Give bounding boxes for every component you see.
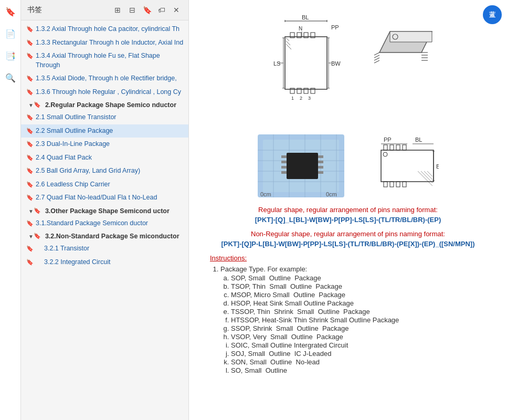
- instructions-title: Instructions:: [210, 254, 486, 262]
- bookmark-icon: 🔖: [26, 258, 34, 266]
- svg-line-83: [418, 171, 432, 186]
- close-sidebar-button[interactable]: ✕: [171, 4, 182, 16]
- bookmark-icon: 🔖: [26, 219, 34, 227]
- sub-item-g: SSOP, Shrink Small Outline Package: [231, 324, 486, 332]
- svg-rect-54: [287, 153, 318, 179]
- instruction-item-1: Package Type. For example: SOP, Small Ou…: [220, 265, 486, 374]
- svg-rect-73: [396, 145, 400, 150]
- svg-text:N: N: [299, 26, 302, 32]
- svg-rect-74: [403, 145, 406, 150]
- bookmark-label: 1.3.2 Axial Through hole Ca pacitor, cyl…: [36, 25, 179, 34]
- bookmark-label: 3.1.Standard Package Semicon ductor: [36, 219, 148, 228]
- bookmark-section-3[interactable]: ▼ 🔖 3.Other Package Shape Semicond uctor: [21, 205, 188, 217]
- format-nonregular-label: Non-Regular shape, regular arrangement o…: [210, 230, 486, 238]
- svg-line-8: [286, 38, 289, 41]
- bookmark-icon: 🔖: [26, 113, 34, 121]
- collapse-arrow-icon: ▼: [28, 234, 34, 239]
- bookmark-item-1-3-6[interactable]: 🔖 1.3.6 Through hole Regular , Cylindric…: [21, 86, 188, 99]
- bookmark-icon: 🔖: [34, 101, 41, 108]
- bookmark-icon: 🔖: [26, 39, 34, 47]
- svg-rect-71: [384, 145, 387, 150]
- add-bookmark-button[interactable]: 🔖: [141, 4, 153, 16]
- diagram-row-bottom: 0cm 0cm PP BL BW: [210, 134, 486, 197]
- sub-item-d: HSOP, Heat Sink Small Outline Package: [231, 299, 486, 307]
- collapse-arrow-icon: ▼: [28, 102, 34, 108]
- svg-rect-62: [318, 171, 323, 174]
- svg-text:BL: BL: [302, 14, 309, 20]
- sub-item-i: SOIC, Small Outline Intergrated Circuit: [231, 341, 486, 349]
- instruction-sublist: SOP, Small Outline Package TSOP, Thin Sm…: [220, 274, 486, 374]
- format-nonregular-section: Non-Regular shape, regular arrangement o…: [210, 230, 486, 248]
- sub-item-k: SON, Small Outline No-lead: [231, 358, 486, 366]
- svg-line-37: [374, 58, 379, 60]
- bookmark-label: 2.4 Quad Flat Pack: [36, 153, 92, 163]
- bookmark-item-2-7[interactable]: 🔖 2.7 Quad Flat No-lead/Dual Fla t No-Le…: [21, 191, 188, 205]
- user-avatar[interactable]: 蓝: [483, 5, 502, 24]
- expand-all-button[interactable]: ⊞: [112, 4, 123, 16]
- sop-front-diagram: BL PP N 1 2 3: [254, 10, 358, 126]
- bookmark-icon: 🔖: [34, 233, 41, 239]
- left-toolbar: 🔖 📄 📑 🔍: [0, 0, 21, 420]
- svg-line-10: [286, 44, 291, 49]
- sidebar-title: 书签: [27, 5, 42, 15]
- bookmark-label: 2.2 Small Outline Package: [36, 127, 113, 136]
- section-label: 3.Other Package Shape Semicond uctor: [36, 207, 170, 215]
- svg-rect-78: [403, 182, 406, 187]
- bookmark-icon: 🔖: [26, 245, 34, 253]
- instructions-list: Package Type. For example: SOP, Small Ou…: [210, 265, 486, 374]
- svg-line-35: [374, 52, 379, 55]
- section-label: 3.2.Non-Standard Package Se miconductor: [36, 233, 179, 240]
- svg-line-38: [374, 60, 379, 63]
- format-nonregular-code: [PKT]-[Q]P-L[BL]-W[BW]-P[PP]-LS[LS]-(TL/…: [210, 240, 486, 248]
- bookmark-label: 1.3.6 Through hole Regular , Cylindrical…: [36, 88, 181, 97]
- bookmark-icon: 🔖: [34, 207, 41, 214]
- bookmark-item-3-2-1[interactable]: 🔖 3.2.1 Transistor: [21, 242, 188, 256]
- bookmark-section-3-2[interactable]: ▼ 🔖 3.2.Non-Standard Package Se miconduc…: [21, 230, 188, 242]
- svg-rect-60: [318, 161, 323, 163]
- bookmark-label: 1.3.4 Axial Through hole Fu se, Flat Sha…: [36, 51, 184, 70]
- bookmark-item-2-6[interactable]: 🔖 2.6 Leadless Chip Carrier: [21, 178, 188, 192]
- instructions-section: Instructions: Package Type. For example:…: [210, 254, 486, 374]
- layers-panel-icon[interactable]: 📑: [3, 48, 18, 63]
- main-content: BL PP N 1 2 3: [189, 0, 507, 420]
- sub-item-a: SOP, Small Outline Package: [231, 274, 486, 282]
- bookmark-icon: 🔖: [26, 25, 34, 33]
- collapse-all-button[interactable]: ⊟: [126, 4, 138, 16]
- bookmark-panel-icon[interactable]: 🔖: [3, 4, 18, 19]
- tag-button[interactable]: 🏷: [156, 4, 167, 16]
- sub-item-c: MSOP, Micro Small Outline Package: [231, 291, 486, 299]
- bookmark-label: 3.2.1 Transistor: [44, 244, 89, 254]
- bookmark-label: 2.5 Ball Grid Array, Land Grid Array): [36, 166, 140, 176]
- bookmark-section-2[interactable]: ▼ 🔖 2.Regular Package Shape Semico nduct…: [21, 99, 188, 111]
- sub-item-l: SO, Small Outline: [231, 366, 486, 374]
- svg-rect-75: [384, 182, 387, 187]
- bookmark-item-2-4[interactable]: 🔖 2.4 Quad Flat Pack: [21, 151, 188, 165]
- svg-text:1: 1: [291, 96, 294, 101]
- page-panel-icon[interactable]: 📄: [3, 26, 18, 41]
- pcb-photo: 0cm 0cm: [258, 134, 344, 197]
- svg-rect-56: [281, 161, 287, 163]
- bookmark-icon: 🔖: [26, 154, 34, 162]
- bookmark-item-2-3[interactable]: 🔖 2.3 Dual-In-Line Package: [21, 138, 188, 151]
- sub-item-b: TSOP, Thin Small Outline Package: [231, 282, 486, 290]
- bookmark-label: 1.3.5 Axial Diode, Through h ole Rectifi…: [36, 74, 177, 83]
- bookmark-icon: 🔖: [26, 52, 34, 60]
- svg-rect-72: [390, 145, 394, 150]
- svg-text:PP: PP: [384, 136, 392, 143]
- bookmark-item-3-2-2[interactable]: 🔖 3.2.2 Integrated Circuit: [21, 256, 188, 269]
- bookmark-item-1-3-2[interactable]: 🔖 1.3.2 Axial Through hole Ca pacitor, c…: [21, 23, 188, 36]
- svg-text:0cm: 0cm: [260, 191, 271, 197]
- bookmark-item-2-2[interactable]: 🔖 2.2 Small Outline Package: [21, 124, 188, 138]
- bookmark-label: 3.2.2 Integrated Circuit: [44, 258, 110, 267]
- avatar-label: 蓝: [489, 10, 495, 19]
- bookmark-item-1-3-4[interactable]: 🔖 1.3.4 Axial Through hole Fu se, Flat S…: [21, 49, 188, 72]
- svg-text:PP: PP: [331, 24, 339, 30]
- bookmark-item-3-1[interactable]: 🔖 3.1.Standard Package Semicon ductor: [21, 217, 188, 230]
- format-regular-code: [PKT]-[Q]_L[BL]-W[BW]-P[PP]-LS[LS]-(TL/T…: [210, 216, 486, 224]
- bookmark-item-1-3-5[interactable]: 🔖 1.3.5 Axial Diode, Through h ole Recti…: [21, 72, 188, 86]
- bookmark-item-1-3-3[interactable]: 🔖 1.3.3 Rectangular Through h ole Induct…: [21, 36, 188, 50]
- stamp-panel-icon[interactable]: 🔍: [3, 70, 18, 85]
- sub-item-h: VSOP, Very Small Outline Package: [231, 333, 486, 341]
- bookmark-item-2-5[interactable]: 🔖 2.5 Ball Grid Array, Land Grid Array): [21, 164, 188, 178]
- bookmark-item-2-1[interactable]: 🔖 2.1 Small Outline Transistor: [21, 111, 188, 124]
